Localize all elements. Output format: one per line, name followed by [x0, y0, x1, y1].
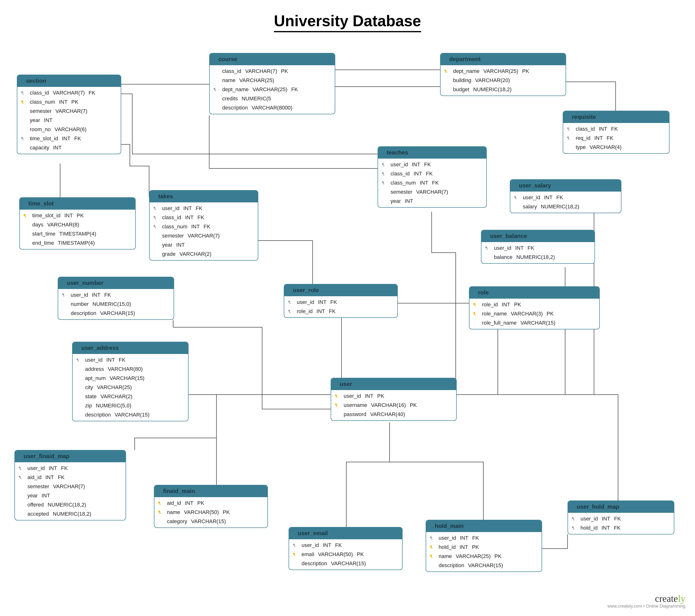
entity-hold_main[interactable]: hold_main user_id INT FK hold_id INT PK	[426, 520, 542, 572]
entity-header[interactable]: hold_main	[426, 520, 542, 532]
entity-department[interactable]: department dept_name VARCHAR(25) PK buil…	[440, 53, 566, 96]
entity-header[interactable]: user_hold_map	[568, 501, 674, 513]
entity-header[interactable]: user_finaid_map	[15, 450, 125, 462]
column-type: VARCHAR(16)	[371, 402, 406, 408]
entity-requisite[interactable]: requisite class_id INT FK req_id INT FK …	[563, 111, 669, 154]
entity-header[interactable]: requisite	[563, 111, 669, 123]
column-name: address	[85, 366, 104, 372]
connector	[565, 82, 616, 111]
entity-header[interactable]: time_slot	[20, 198, 135, 210]
entity-body: user_id INT FK number NUMERIC(15,0) desc…	[58, 289, 174, 319]
entity-user_hold_map[interactable]: user_hold_map user_id INT FK hold_id INT…	[567, 500, 674, 534]
column-row: semester VARCHAR(7)	[150, 231, 258, 240]
entity-user_address[interactable]: user_address user_id INT FK address VARC…	[72, 342, 188, 421]
entity-body: user_id INT FK hold_id INT FK	[568, 513, 674, 534]
entity-header[interactable]: user_role	[284, 284, 397, 296]
column-row: name VARCHAR(25)	[210, 76, 335, 85]
svg-rect-17	[569, 130, 570, 130]
entity-header[interactable]: section	[17, 75, 121, 87]
key-icon	[380, 163, 387, 167]
entity-header[interactable]: course	[210, 53, 335, 65]
entity-header[interactable]: teaches	[378, 147, 486, 159]
column-name: dept_name	[222, 86, 249, 93]
column-name: class_num	[30, 99, 55, 105]
column-row: dept_name VARCHAR(25) PK	[441, 67, 565, 76]
svg-rect-26	[383, 175, 385, 175]
entity-header[interactable]: user_email	[289, 528, 402, 539]
key-icon	[287, 309, 293, 314]
column-type: INT	[41, 493, 50, 499]
svg-rect-62	[475, 315, 476, 315]
entity-header[interactable]: user_address	[73, 342, 188, 354]
column-row: user_id INT FK	[510, 193, 621, 202]
column-type: INT	[183, 205, 192, 212]
entity-body: class_id VARCHAR(7) FK class_num INT PK …	[17, 87, 121, 154]
column-type: VARCHAR(80)	[108, 366, 142, 372]
svg-rect-53	[290, 303, 291, 304]
column-type: VARCHAR(8)	[47, 222, 79, 228]
column-name: user_id	[580, 516, 598, 522]
entity-user[interactable]: user user_id INT PK username VARCHAR(16)…	[330, 378, 457, 421]
entity-user_finaid_map[interactable]: user_finaid_map user_id INT FK aid_id IN…	[14, 450, 126, 520]
column-type: INT	[598, 126, 607, 132]
column-type: INT	[106, 357, 115, 363]
entity-user_email[interactable]: user_email user_id INT FK email VARCHAR(…	[289, 527, 403, 570]
column-row: balance NUMERIC(18,2)	[481, 253, 594, 262]
column-name: class_num	[162, 223, 187, 230]
entity-header[interactable]: user_salary	[510, 180, 621, 192]
key-icon	[212, 87, 218, 92]
entity-user_balance[interactable]: user_balance user_id INT FK balance NUME…	[481, 230, 595, 264]
entity-role[interactable]: role role_id INT PK role_name VARCHAR(3)…	[469, 286, 600, 329]
entity-time_slot[interactable]: time_slot time_slot_id INT PK days VARCH…	[19, 197, 136, 250]
column-key: FK	[424, 162, 431, 168]
entity-takes[interactable]: takes user_id INT FK class_id INT FK	[149, 190, 258, 261]
connector	[432, 212, 456, 395]
entity-section[interactable]: section class_id VARCHAR(7) FK class_num…	[17, 74, 121, 154]
column-type: NUMERIC(18,2)	[516, 254, 555, 260]
entity-body: user_id INT FK balance NUMERIC(18,2)	[481, 242, 594, 263]
entity-header[interactable]: user_number	[58, 277, 174, 289]
key-icon	[17, 466, 23, 470]
column-row: category VARCHAR(15)	[154, 517, 267, 526]
svg-rect-20	[569, 139, 570, 139]
column-row: class_num INT PK	[17, 98, 121, 106]
column-key: PK	[71, 99, 79, 105]
entity-body: dept_name VARCHAR(25) PK building VARCHA…	[441, 65, 565, 96]
entity-finaid_main[interactable]: finaid_main aid_id INT PK name VARCHAR(5…	[154, 485, 268, 528]
svg-rect-74	[20, 469, 21, 470]
svg-rect-38	[155, 209, 156, 210]
entity-teaches[interactable]: teaches user_id INT FK class_id INT FK	[377, 146, 487, 208]
entity-header[interactable]: department	[441, 53, 565, 65]
column-name: building	[453, 77, 471, 83]
column-name: year	[162, 242, 172, 248]
entity-user_number[interactable]: user_number user_id INT FK number NUMERI…	[58, 277, 174, 320]
connector	[456, 395, 618, 500]
entity-header[interactable]: user	[331, 378, 456, 390]
column-type: INT	[412, 162, 420, 168]
column-type: VARCHAR(15)	[100, 310, 135, 316]
column-type: TIMESTAMP(4)	[60, 231, 97, 237]
column-key: FK	[291, 86, 298, 93]
column-type: INT	[185, 500, 193, 506]
entity-course[interactable]: course class_id VARCHAR(7) PK name VARCH…	[209, 53, 335, 114]
key-icon	[513, 195, 519, 200]
key-icon	[152, 215, 158, 220]
key-icon	[157, 501, 163, 505]
entity-header[interactable]: takes	[150, 190, 258, 202]
column-type: VARCHAR(25)	[253, 86, 287, 93]
column-name: number	[71, 301, 89, 307]
entity-header[interactable]: user_balance	[481, 230, 594, 242]
entity-user_role[interactable]: user_role user_id INT FK role_id INT FK	[284, 284, 398, 318]
column-row: time_slot_id INT FK	[17, 134, 121, 143]
column-row: name VARCHAR(50) PK	[154, 508, 267, 517]
column-type: INT	[460, 535, 468, 541]
column-key: PK	[547, 311, 554, 317]
column-type: INT	[413, 171, 422, 177]
entity-header[interactable]: role	[470, 287, 599, 299]
entity-header[interactable]: finaid_main	[154, 485, 267, 497]
column-type: VARCHAR(2)	[101, 394, 133, 400]
entity-user_salary[interactable]: user_salary user_id INT FK salary NUMERI…	[510, 179, 622, 213]
svg-rect-14	[446, 72, 447, 73]
column-row: year INT	[378, 197, 486, 206]
key-icon	[157, 510, 163, 514]
